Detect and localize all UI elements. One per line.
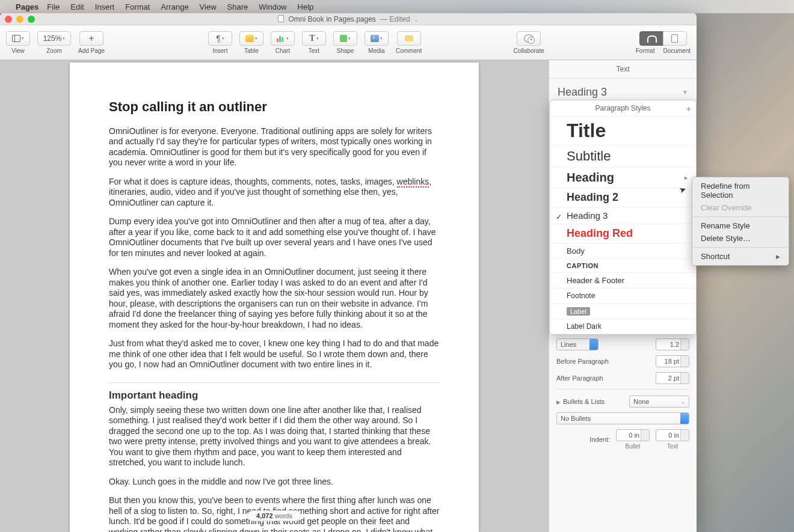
menu-clear-override: Clear Override (692, 201, 789, 214)
line-spacing-value[interactable]: 1.2 (656, 338, 689, 350)
media-icon (371, 35, 379, 42)
line-spacing-unit[interactable]: Lines (556, 338, 599, 350)
menu-rename-style[interactable]: Rename Style (692, 219, 789, 232)
indent-text-value[interactable]: 0 in (656, 429, 689, 441)
close-button[interactable] (5, 16, 12, 23)
indent-bullet-label: Bullet (616, 443, 650, 450)
word-count[interactable]: 4,072 words (247, 510, 301, 521)
view-label: View (11, 47, 25, 54)
disclosure-triangle[interactable]: ▶ (556, 399, 561, 405)
menu-file[interactable]: File (47, 2, 60, 11)
style-body[interactable]: Body (550, 243, 696, 259)
style-header-footer[interactable]: Header & Footer (550, 273, 696, 289)
before-paragraph-label: Before Paragraph (556, 358, 609, 365)
insert-button[interactable]: ¶▾ (208, 31, 232, 46)
shape-button[interactable]: ▾ (333, 31, 357, 46)
document-label: Document (663, 47, 691, 54)
style-heading2[interactable]: Heading 2 (550, 188, 696, 207)
menu-window[interactable]: Window (259, 2, 286, 11)
text-button[interactable]: T▾ (302, 31, 326, 46)
format-label: Format (636, 47, 655, 54)
edited-label: — Edited (380, 15, 410, 23)
indent-text-label: Text (656, 443, 689, 450)
paragraph[interactable]: When you've got even a single idea in an… (109, 267, 440, 330)
collaborate-button[interactable] (517, 31, 541, 46)
text-icon: T (309, 34, 315, 43)
chevron-right-icon[interactable]: ▸ (685, 174, 688, 181)
indent-bullet-value[interactable]: 0 in (616, 429, 650, 441)
insert-label: Insert (212, 47, 227, 54)
window-title: Omni Book in Pages.pages (288, 15, 375, 23)
add-style-button[interactable]: + (686, 104, 691, 114)
style-context-menu: Redefine from Selection Clear Override R… (692, 177, 789, 266)
heading-1[interactable]: Stop calling it an outliner (109, 99, 440, 115)
titlebar: Omni Book in Pages.pages — Edited ⌄ (0, 13, 697, 25)
style-title[interactable]: Title (550, 117, 696, 145)
menu-share[interactable]: Share (227, 2, 248, 11)
format-button[interactable] (639, 31, 663, 46)
zoom-button[interactable]: 125%▾ (37, 31, 71, 46)
style-label[interactable]: Label (550, 304, 696, 319)
minimize-button[interactable] (16, 16, 23, 23)
collaborate-icon (524, 34, 534, 43)
shape-label: Shape (336, 47, 354, 54)
paragraph[interactable]: Okay. Lunch goes in the middle and now I… (109, 477, 440, 488)
paragraph[interactable]: Just from what they'd asked me to cover,… (109, 338, 440, 370)
menu-arrange[interactable]: Arrange (161, 2, 188, 11)
menubar: Pages File Edit Insert Format Arrange Vi… (0, 0, 794, 13)
style-subtitle[interactable]: Subtitle (550, 145, 696, 168)
paragraph[interactable]: For what it does is capture ideas, thoug… (109, 177, 440, 209)
before-paragraph-value[interactable]: 18 pt (656, 355, 689, 367)
comment-label: Comment (396, 47, 422, 54)
document-icon (671, 34, 678, 43)
chart-label: Chart (275, 47, 290, 54)
bullets-preset[interactable]: None⌄ (629, 396, 689, 408)
title-dropdown[interactable]: ⌄ (414, 17, 419, 23)
page[interactable]: Stop calling it an outliner OmniOutliner… (70, 63, 479, 532)
media-button[interactable]: ▾ (365, 31, 389, 46)
style-heading-red[interactable]: Heading Red (550, 224, 696, 243)
view-button[interactable]: ▾ (6, 31, 30, 46)
menu-format[interactable]: Format (125, 2, 150, 11)
table-button[interactable]: ▾ (239, 31, 263, 46)
comment-button[interactable] (397, 31, 421, 46)
paragraph[interactable]: Dump every idea you've got into OmniOutl… (109, 216, 440, 258)
indent-label: Indent: (589, 436, 610, 443)
collaborate-label: Collaborate (514, 47, 544, 54)
style-label-dark[interactable]: Label Dark (550, 319, 696, 334)
heading-2[interactable]: Important heading (109, 382, 440, 402)
toolbar: ▾ View 125%▾ Zoom + Add Page ¶▾ Insert ▾… (0, 25, 697, 60)
bullets-type[interactable]: No Bullets (556, 412, 689, 424)
fullscreen-button[interactable] (28, 16, 35, 23)
after-paragraph-value[interactable]: 2 pt (656, 372, 689, 384)
app-menu[interactable]: Pages (16, 2, 38, 11)
zoom-label: Zoom (46, 47, 62, 54)
menu-delete-style[interactable]: Delete Style… (692, 232, 789, 245)
chart-button[interactable]: ▾ (271, 31, 295, 46)
document-button[interactable] (663, 31, 687, 46)
shape-icon (340, 35, 347, 42)
add-page-button[interactable]: + (79, 31, 103, 46)
spellcheck-underline: weblinks (397, 177, 429, 188)
style-heading[interactable]: Heading ▸ (550, 168, 696, 188)
style-caption[interactable]: CAPTION (550, 259, 696, 273)
menu-redefine[interactable]: Redefine from Selection (692, 180, 789, 201)
view-icon (12, 35, 20, 42)
media-label: Media (368, 47, 384, 54)
bullets-lists-label: Bullets & Lists (563, 398, 605, 405)
menu-insert[interactable]: Insert (95, 2, 115, 11)
paragraph-styles-popover: Paragraph Styles + Title Subtitle Headin… (549, 100, 697, 335)
menu-edit[interactable]: Edit (70, 2, 84, 11)
style-heading3[interactable]: Heading 3 (550, 207, 696, 224)
document-area[interactable]: Stop calling it an outliner OmniOutliner… (0, 60, 549, 532)
menu-help[interactable]: Help (298, 2, 314, 11)
inspector-tab-text[interactable]: Text (549, 60, 697, 79)
paragraph[interactable]: OmniOutliner is for everyone. Everyone. … (109, 126, 440, 168)
plus-icon: + (88, 33, 94, 44)
paragraph[interactable]: Only, simply seeing these two written do… (109, 405, 440, 468)
style-footnote[interactable]: Footnote (550, 289, 696, 304)
menu-view[interactable]: View (200, 2, 217, 11)
menu-shortcut[interactable]: Shortcut (692, 250, 789, 263)
text-label: Text (309, 47, 319, 54)
chevron-down-icon: ▼ (682, 89, 688, 96)
